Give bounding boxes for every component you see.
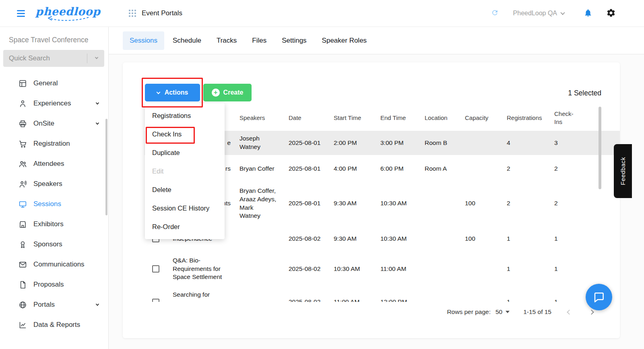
notifications-bell-icon[interactable]	[584, 8, 592, 19]
session-check-ins: 1	[549, 298, 582, 302]
sidebar-item-label: Communications	[33, 260, 85, 268]
column-header[interactable]: Check-Ins	[549, 110, 582, 126]
session-start-time: 11:00 AM	[328, 298, 375, 302]
session-registrations: 1	[501, 265, 549, 273]
chevron-down-icon	[156, 90, 160, 94]
session-date: 2025-08-02	[283, 265, 328, 273]
settings-gear-icon[interactable]	[606, 8, 616, 19]
onsite-icon	[19, 119, 27, 128]
session-start-time: 9:30 AM	[328, 199, 375, 208]
hamburger-menu-icon[interactable]	[17, 10, 25, 17]
menu-item-check-ins[interactable]: Check Ins	[145, 125, 225, 143]
tab-files[interactable]: Files	[245, 31, 273, 50]
menu-item-label: Registrations	[152, 112, 191, 120]
sidebar-item-sessions[interactable]: Sessions	[0, 194, 108, 214]
column-header[interactable]: Location	[419, 114, 459, 122]
tab-settings[interactable]: Settings	[275, 31, 313, 50]
sidebar-item-communications[interactable]: Communications	[0, 254, 108, 275]
feedback-tab[interactable]: Feedback	[614, 144, 632, 198]
session-registrations: 2	[501, 199, 549, 208]
sidebar-item-sponsors[interactable]: Sponsors	[0, 234, 108, 254]
session-check-ins: 1	[549, 265, 582, 273]
org-switcher[interactable]: PheedLoop QA	[513, 10, 564, 17]
session-registrations: 1	[501, 235, 549, 243]
sidebar-item-onsite[interactable]: OnSite	[0, 114, 108, 134]
actions-button[interactable]: Actions	[145, 84, 200, 101]
menu-item-session-ce-history[interactable]: Session CE History	[145, 199, 225, 217]
sessions-icon	[19, 200, 27, 209]
tab-tracks[interactable]: Tracks	[210, 31, 244, 50]
menu-item-delete[interactable]: Delete	[145, 180, 225, 199]
chevron-down-icon	[96, 302, 99, 306]
column-header[interactable]: Date	[283, 114, 328, 122]
table-scrollbar[interactable]	[599, 107, 601, 189]
menu-item-label: Duplicate	[152, 149, 180, 157]
sidebar-item-exhibitors[interactable]: Exhibitors	[0, 214, 108, 234]
column-header[interactable]: Registrations	[501, 114, 549, 122]
column-header[interactable]: End Time	[375, 114, 419, 122]
session-start-time: 10:30 AM	[328, 265, 375, 273]
sidebar-item-proposals[interactable]: Proposals	[0, 275, 108, 295]
sidebar-item-label: General	[33, 79, 58, 87]
session-start-time: 2:00 PM	[328, 139, 375, 147]
sidebar-item-label: Sessions	[33, 200, 61, 208]
quick-search-select[interactable]: Quick Search	[3, 50, 104, 67]
sidebar-item-data-reports[interactable]: Data & Reports	[0, 315, 108, 335]
row-checkbox[interactable]	[152, 299, 159, 302]
chevron-down-icon	[95, 56, 98, 59]
menu-item-label: Edit	[152, 167, 163, 175]
sidebar-nav: General Experiences OnSite Registration	[0, 73, 108, 335]
chat-widget-button[interactable]	[586, 284, 612, 310]
session-end-time: 10:30 AM	[375, 235, 419, 243]
sidebar-item-registration[interactable]: Registration	[0, 134, 108, 154]
tab-speaker-roles[interactable]: Speaker Roles	[315, 31, 374, 50]
table-row[interactable]: Searching for 2025-08-02 11:00 AM 12:00 …	[144, 285, 620, 302]
tab-schedule[interactable]: Schedule	[166, 31, 208, 50]
tab-label: Settings	[282, 37, 306, 45]
sponsors-icon	[19, 240, 27, 249]
topbar-left: pheedloop	[0, 5, 109, 21]
menu-item-re-order[interactable]: Re-Order	[145, 217, 225, 236]
menu-item-edit[interactable]: Edit	[145, 162, 225, 180]
column-header[interactable]: Capacity	[459, 114, 501, 122]
create-button-label: Create	[223, 89, 244, 96]
rows-per-page-select[interactable]: 50	[495, 308, 510, 316]
sidebar-item-label: Data & Reports	[33, 321, 80, 329]
session-speakers: Bryan Coffer, Araaz Adeys, Mark Watney	[234, 187, 283, 221]
sidebar: Space Travel Conference Quick Search Gen…	[0, 27, 109, 349]
sidebar-item-speakers[interactable]: Speakers	[0, 174, 108, 194]
refresh-icon[interactable]	[491, 9, 499, 18]
general-icon	[19, 79, 27, 88]
topbar-right: PheedLoop QA	[491, 8, 616, 19]
pagination: Rows per page: 50 1-15 of 15	[447, 303, 596, 321]
sidebar-item-general[interactable]: General	[0, 73, 108, 93]
previous-page-button[interactable]	[565, 307, 574, 318]
sidebar-scrollbar[interactable]	[105, 119, 107, 215]
session-check-ins: 3	[549, 139, 582, 147]
content-area: Actions + Create 1 Selected Name Speaker…	[109, 54, 644, 338]
speakers-icon	[19, 180, 27, 188]
sidebar-item-portals[interactable]: Portals	[0, 295, 108, 315]
app-grid-icon[interactable]	[129, 10, 136, 17]
table-row[interactable]: Q&A: Bio-Requirements for Space Settleme…	[144, 253, 620, 285]
session-end-time: 6:00 PM	[375, 165, 419, 173]
tab-label: Tracks	[217, 37, 237, 45]
sessions-card: Actions + Create 1 Selected Name Speaker…	[123, 62, 620, 338]
sidebar-item-label: Attendees	[33, 160, 64, 168]
menu-item-label: Re-Order	[152, 223, 180, 231]
tab-sessions[interactable]: Sessions	[123, 31, 164, 50]
attendees-icon	[19, 159, 27, 168]
menu-item-duplicate[interactable]: Duplicate	[145, 143, 225, 162]
column-header[interactable]: Speakers	[234, 114, 283, 122]
event-name: Space Travel Conference	[0, 27, 108, 49]
rows-per-page-value: 50	[495, 308, 502, 316]
row-checkbox[interactable]	[152, 265, 159, 273]
create-button[interactable]: + Create	[203, 84, 252, 101]
column-header[interactable]: Start Time	[328, 114, 375, 122]
session-speakers: Bryan Coffer	[234, 165, 283, 173]
sidebar-item-experiences[interactable]: Experiences	[0, 93, 108, 114]
sidebar-item-attendees[interactable]: Attendees	[0, 154, 108, 174]
menu-item-registrations[interactable]: Registrations	[145, 106, 225, 125]
pheedloop-logo[interactable]: pheedloop	[35, 5, 100, 21]
sidebar-item-label: Portals	[33, 301, 55, 309]
